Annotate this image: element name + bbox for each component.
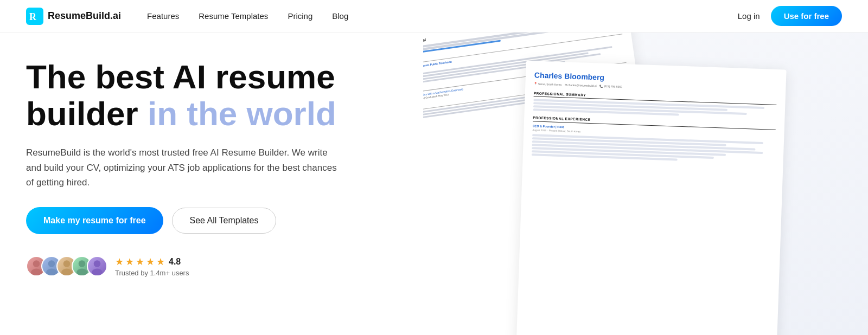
- avatar-5: [87, 256, 107, 276]
- nav-pricing[interactable]: Pricing: [288, 11, 312, 21]
- rating-number: 4.8: [169, 257, 181, 267]
- svg-point-3: [31, 269, 42, 276]
- star-5: ★: [156, 256, 165, 268]
- svg-point-8: [79, 261, 86, 268]
- svg-point-5: [46, 269, 57, 276]
- star-3: ★: [136, 256, 144, 268]
- star-1: ★: [115, 256, 124, 268]
- rating-info: ★ ★ ★ ★ ★ 4.8 Trusted by 1.4m+ users: [115, 256, 189, 277]
- svg-point-10: [94, 261, 101, 268]
- use-free-button[interactable]: Use for free: [771, 6, 842, 26]
- hero-title-line1: The best AI resume: [26, 58, 335, 95]
- svg-point-11: [92, 269, 103, 276]
- avatar-image-5: [88, 257, 106, 275]
- hero-right: Marketing Professional EXPERIENCE Web De…: [423, 33, 868, 335]
- hero-title-line2-plain: builder: [26, 95, 148, 132]
- trust-text: Trusted by 1.4m+ users: [115, 269, 189, 277]
- social-proof: ★ ★ ★ ★ ★ 4.8 Trusted by 1.4m+ users: [26, 256, 397, 277]
- svg-point-7: [61, 269, 72, 276]
- hero-title: The best AI resume builder in the world: [26, 59, 397, 132]
- hero-description: ResumeBuild is the world's most trusted …: [26, 145, 341, 190]
- logo-area[interactable]: R ResumeBuild.ai: [26, 8, 121, 25]
- hero-buttons: Make my resume for free See All Template…: [26, 207, 397, 234]
- navbar: R ResumeBuild.ai Features Resume Templat…: [0, 0, 868, 33]
- main-content: The best AI resume builder in the world …: [0, 33, 868, 335]
- svg-point-2: [33, 261, 40, 268]
- make-resume-button[interactable]: Make my resume for free: [26, 207, 163, 234]
- user-avatars: [26, 256, 107, 276]
- nav-blog[interactable]: Blog: [332, 11, 348, 21]
- logo-icon: R: [26, 8, 43, 25]
- star-4: ★: [146, 256, 155, 268]
- svg-point-9: [76, 269, 87, 276]
- nav-features[interactable]: Features: [147, 11, 179, 21]
- nav-templates[interactable]: Resume Templates: [199, 11, 268, 21]
- login-link[interactable]: Log in: [738, 11, 760, 21]
- star-2: ★: [125, 256, 134, 268]
- svg-point-4: [48, 261, 55, 268]
- nav-links: Features Resume Templates Pricing Blog: [147, 11, 738, 21]
- resume-card-front: Charles Bloomberg 📍 Seoul, South Korea ✉…: [515, 61, 786, 335]
- nav-right: Log in Use for free: [738, 6, 842, 26]
- svg-text:R: R: [29, 11, 37, 22]
- hero-title-highlight: in the world: [148, 95, 336, 132]
- star-rating: ★ ★ ★ ★ ★ 4.8: [115, 256, 189, 268]
- see-templates-button[interactable]: See All Templates: [172, 208, 277, 234]
- hero-left: The best AI resume builder in the world …: [0, 33, 423, 335]
- logo-text: ResumeBuild.ai: [48, 10, 121, 22]
- svg-point-6: [63, 261, 71, 268]
